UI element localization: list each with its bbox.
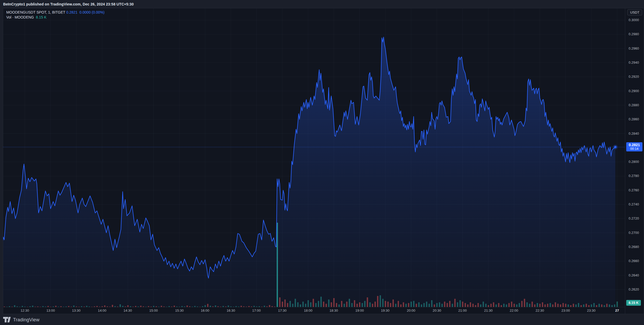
tradingview-attribution[interactable]: TradingView — [3, 316, 39, 323]
time-axis-label: 16:00 — [201, 309, 209, 312]
legend-symbol-row: MOODENGUSDT SPOT, 1, BITGET 0.2821 0.000… — [6, 10, 104, 15]
last-price-value: 0.2821 — [626, 143, 642, 147]
price-axis-label: 0.3000 — [629, 18, 639, 22]
price-chart-canvas[interactable] — [0, 0, 644, 325]
time-axis-label: 13:00 — [46, 309, 55, 312]
time-axis-label: 19:30 — [381, 309, 390, 312]
price-axis-label: 0.2800 — [629, 160, 639, 164]
time-axis-label: 23:00 — [561, 309, 570, 312]
price-axis[interactable]: USDT 0.2821 00:14 8.15 K 0.30000.29800.2… — [625, 8, 644, 314]
time-axis-label: 16:30 — [227, 309, 235, 312]
volume-indicator-label[interactable]: Vol · MOODENG — [6, 15, 34, 19]
time-axis[interactable]: 12:3013:0013:3014:0014:3015:0015:3016:00… — [3, 307, 625, 314]
price-axis-label: 0.2760 — [629, 188, 639, 192]
price-axis-label: 0.2780 — [629, 174, 639, 178]
time-axis-label: 14:30 — [124, 309, 132, 312]
price-axis-label: 0.2960 — [629, 46, 639, 51]
chart-legend[interactable]: MOODENGUSDT SPOT, 1, BITGET 0.2821 0.000… — [6, 10, 104, 20]
time-axis-label: 18:00 — [304, 309, 313, 312]
time-axis-label: 20:30 — [433, 309, 441, 312]
time-axis-label: 12:30 — [21, 309, 29, 312]
time-axis-label: 17:00 — [252, 309, 261, 312]
last-price-badge: 0.2821 00:14 — [626, 142, 642, 151]
volume-axis-badge: 8.15 K — [626, 300, 641, 306]
legend-change: 0.0000 (0.00%) — [79, 10, 104, 14]
tradingview-logo-icon — [3, 317, 11, 323]
time-axis-label: 27 — [615, 309, 619, 312]
legend-volume-value: 8.15 K — [36, 15, 46, 19]
time-axis-label: 14:00 — [98, 309, 107, 312]
tradingview-brand-text: TradingView — [13, 317, 39, 323]
price-axis-label: 0.2940 — [629, 61, 639, 65]
price-axis-label: 0.2720 — [629, 216, 639, 221]
time-axis-label: 22:00 — [510, 309, 518, 312]
price-axis-label: 0.2660 — [629, 259, 639, 263]
price-axis-label: 0.2860 — [629, 117, 639, 121]
time-axis-label: 22:30 — [536, 309, 544, 312]
time-axis-label: 19:00 — [355, 309, 364, 312]
time-axis-label: 18:30 — [330, 309, 338, 312]
time-axis-label: 15:30 — [175, 309, 184, 312]
price-axis-label: 0.2640 — [629, 273, 639, 277]
time-axis-label: 13:30 — [72, 309, 81, 312]
published-chart-page: BeInCrypto1 published on TradingView.com… — [0, 0, 644, 325]
time-axis-label: 21:00 — [458, 309, 467, 312]
price-axis-label: 0.2840 — [629, 132, 639, 136]
legend-last-price: 0.2821 — [66, 10, 78, 14]
price-axis-label: 0.2680 — [629, 245, 639, 249]
bar-countdown: 00:14 — [626, 147, 642, 151]
price-axis-label: 0.2920 — [629, 75, 639, 79]
time-axis-label: 20:00 — [407, 309, 415, 312]
price-axis-label: 0.2620 — [629, 287, 639, 292]
time-axis-label: 17:30 — [278, 309, 287, 312]
symbol-title[interactable]: MOODENGUSDT SPOT, 1, BITGET — [6, 10, 65, 14]
time-axis-label: 15:00 — [149, 309, 158, 312]
time-axis-label: 23:30 — [587, 309, 596, 312]
time-axis-label: 21:30 — [484, 309, 493, 312]
last-point-dot — [614, 146, 617, 148]
price-axis-label: 0.2700 — [629, 231, 639, 235]
price-axis-label: 0.2880 — [629, 103, 639, 107]
currency-toggle-button[interactable]: USDT — [627, 9, 642, 15]
price-axis-label: 0.2740 — [629, 202, 639, 206]
price-axis-label: 0.2900 — [629, 89, 639, 93]
price-axis-label: 0.2980 — [629, 32, 639, 36]
legend-volume-row: Vol · MOODENG 8.15 K — [6, 15, 104, 20]
